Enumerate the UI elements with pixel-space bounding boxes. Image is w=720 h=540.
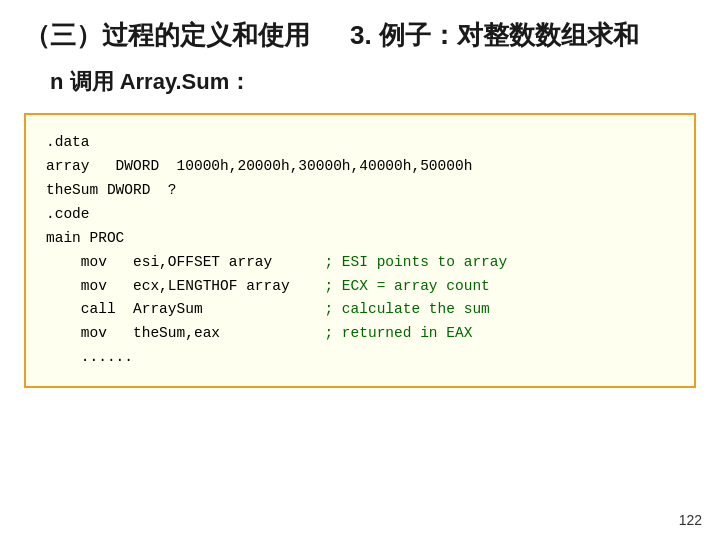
header-section: （三）过程的定义和使用 3. 例子：对整数数组求和 — [0, 0, 720, 63]
code-text: ...... — [46, 346, 133, 370]
code-comment: ; ECX = array count — [324, 275, 489, 299]
code-line-1: .data — [46, 131, 674, 155]
code-comment: ; returned in EAX — [324, 322, 472, 346]
code-line-5: main PROC — [46, 227, 674, 251]
code-line-7: mov ecx,LENGTHOF array ; ECX = array cou… — [46, 275, 674, 299]
code-text: .data — [46, 131, 90, 155]
code-line-9: mov theSum,eax ; returned in EAX — [46, 322, 674, 346]
code-text: mov esi,OFFSET array — [46, 251, 324, 275]
code-text: mov theSum,eax — [46, 322, 324, 346]
code-text: call ArraySum — [46, 298, 324, 322]
code-comment: ; calculate the sum — [324, 298, 489, 322]
code-line-10: ...... — [46, 346, 674, 370]
code-text: mov ecx,LENGTHOF array — [46, 275, 324, 299]
code-line-4: .code — [46, 203, 674, 227]
code-text: array DWORD 10000h,20000h,30000h,40000h,… — [46, 155, 472, 179]
code-comment: ; ESI points to array — [324, 251, 507, 275]
code-text: .code — [46, 203, 90, 227]
title-left: （三）过程的定义和使用 — [24, 18, 310, 53]
code-line-2: array DWORD 10000h,20000h,30000h,40000h,… — [46, 155, 674, 179]
code-line-8: call ArraySum ; calculate the sum — [46, 298, 674, 322]
code-text: main PROC — [46, 227, 124, 251]
code-line-3: theSum DWORD ? — [46, 179, 674, 203]
code-box: .data array DWORD 10000h,20000h,30000h,4… — [24, 113, 696, 388]
code-line-6: mov esi,OFFSET array ; ESI points to arr… — [46, 251, 674, 275]
page-number: 122 — [679, 512, 702, 528]
subtitle: n 调用 Array.Sum： — [0, 63, 720, 113]
code-text: theSum DWORD ? — [46, 179, 177, 203]
title-right: 3. 例子：对整数数组求和 — [350, 18, 639, 53]
